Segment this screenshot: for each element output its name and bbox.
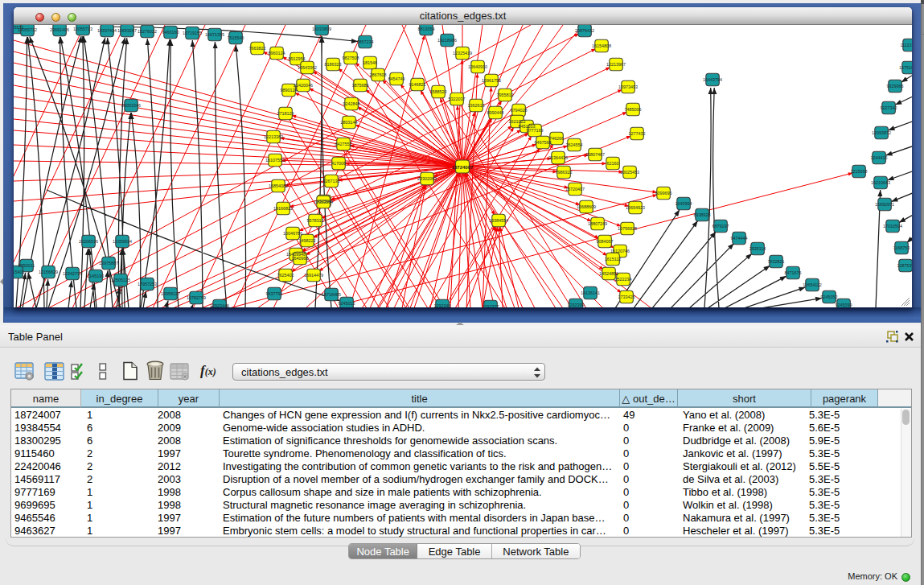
svg-text:16120746: 16120746 bbox=[610, 249, 630, 253]
svg-text:2867608: 2867608 bbox=[370, 72, 387, 77]
svg-text:12359934: 12359934 bbox=[113, 239, 132, 244]
svg-text:2935114: 2935114 bbox=[749, 246, 766, 251]
svg-text:8186323: 8186323 bbox=[325, 62, 342, 67]
svg-text:12093872: 12093872 bbox=[872, 130, 891, 135]
svg-text:6466160: 6466160 bbox=[162, 30, 179, 35]
svg-text:10654112: 10654112 bbox=[803, 282, 822, 287]
svg-text:12213967: 12213967 bbox=[606, 62, 626, 67]
svg-text:62160: 62160 bbox=[607, 161, 619, 166]
svg-text:1292345: 1292345 bbox=[434, 303, 451, 307]
svg-text:9827508: 9827508 bbox=[343, 56, 359, 60]
svg-text:19218986: 19218986 bbox=[437, 38, 457, 43]
svg-text:5578312: 5578312 bbox=[307, 218, 324, 223]
svg-text:21364436: 21364436 bbox=[548, 155, 568, 160]
svg-text:18724007: 18724007 bbox=[452, 165, 474, 170]
svg-text:3915401: 3915401 bbox=[14, 270, 25, 274]
svg-text:8471676: 8471676 bbox=[785, 270, 802, 275]
svg-text:1362615: 1362615 bbox=[468, 103, 485, 108]
svg-text:10958127: 10958127 bbox=[161, 291, 180, 296]
svg-text:14055712: 14055712 bbox=[18, 27, 37, 32]
svg-text:7515546: 7515546 bbox=[228, 35, 244, 40]
svg-text:15720407: 15720407 bbox=[565, 187, 585, 192]
svg-text:1277432: 1277432 bbox=[629, 131, 646, 136]
svg-text:10688609: 10688609 bbox=[577, 204, 596, 209]
svg-text:7986322: 7986322 bbox=[556, 170, 573, 175]
svg-text:8350011: 8350011 bbox=[18, 263, 35, 268]
svg-text:7625402: 7625402 bbox=[277, 273, 294, 278]
svg-text:9329966: 9329966 bbox=[887, 84, 904, 89]
svg-text:1640995: 1640995 bbox=[292, 256, 309, 261]
svg-text:1145193: 1145193 bbox=[88, 274, 105, 278]
svg-text:2522234: 2522234 bbox=[615, 277, 632, 282]
svg-text:2718129: 2718129 bbox=[277, 111, 294, 116]
svg-text:8454749: 8454749 bbox=[388, 76, 405, 81]
svg-text:417006: 417006 bbox=[331, 161, 346, 166]
svg-text:12342737: 12342737 bbox=[63, 271, 82, 276]
svg-text:17010504: 17010504 bbox=[883, 224, 902, 229]
svg-text:8990448: 8990448 bbox=[487, 110, 504, 115]
svg-text:10654923: 10654923 bbox=[626, 205, 645, 210]
svg-text:20876412: 20876412 bbox=[575, 28, 594, 33]
svg-text:10719155: 10719155 bbox=[183, 31, 202, 35]
svg-text:3624554: 3624554 bbox=[566, 142, 583, 147]
svg-text:10973493: 10973493 bbox=[618, 84, 638, 89]
svg-text:15276022: 15276022 bbox=[138, 29, 157, 34]
svg-text:15716485: 15716485 bbox=[322, 292, 341, 297]
svg-text:9084067: 9084067 bbox=[597, 239, 614, 244]
svg-text:1215958: 1215958 bbox=[851, 169, 868, 174]
svg-text:12055713: 12055713 bbox=[73, 27, 92, 31]
svg-text:9245052: 9245052 bbox=[821, 295, 838, 299]
svg-text:7663822: 7663822 bbox=[249, 46, 266, 51]
svg-text:13640910: 13640910 bbox=[468, 64, 487, 69]
svg-text:16854082: 16854082 bbox=[269, 183, 288, 188]
svg-text:16154808: 16154808 bbox=[592, 43, 611, 48]
svg-text:19384554: 19384554 bbox=[489, 218, 508, 223]
svg-text:9474444: 9474444 bbox=[731, 236, 748, 241]
svg-text:9242848: 9242848 bbox=[343, 101, 360, 106]
svg-text:9245012: 9245012 bbox=[339, 301, 355, 306]
svg-text:10807487: 10807487 bbox=[585, 152, 605, 157]
svg-text:7857234: 7857234 bbox=[357, 39, 374, 44]
svg-text:2803144: 2803144 bbox=[341, 120, 358, 125]
svg-text:10025453: 10025453 bbox=[620, 170, 639, 175]
svg-text:8427552: 8427552 bbox=[335, 142, 352, 146]
svg-text:6879197: 6879197 bbox=[713, 224, 729, 229]
svg-text:8938928: 8938928 bbox=[694, 212, 711, 217]
svg-text:9890124: 9890124 bbox=[281, 88, 298, 93]
svg-text:23302083: 23302083 bbox=[417, 176, 437, 181]
svg-text:12213383: 12213383 bbox=[264, 134, 283, 139]
svg-text:16033809: 16033809 bbox=[312, 27, 331, 31]
svg-text:1588520: 1588520 bbox=[430, 89, 447, 94]
svg-text:16914479: 16914479 bbox=[304, 273, 323, 278]
svg-text:5322037: 5322037 bbox=[449, 97, 466, 101]
svg-text:1168753: 1168753 bbox=[893, 245, 910, 250]
svg-text:15751074: 15751074 bbox=[899, 65, 912, 70]
svg-text:11121904: 11121904 bbox=[900, 43, 912, 47]
svg-text:10046786: 10046786 bbox=[283, 231, 302, 236]
svg-text:9245099: 9245099 bbox=[836, 303, 852, 307]
svg-text:9777169: 9777169 bbox=[527, 128, 544, 133]
svg-text:12325419: 12325419 bbox=[453, 51, 472, 56]
svg-text:14524851: 14524851 bbox=[599, 271, 618, 276]
svg-text:12923446: 12923446 bbox=[210, 303, 229, 307]
svg-text:16107553: 16107553 bbox=[265, 158, 285, 163]
svg-text:12156829: 12156829 bbox=[39, 270, 58, 274]
svg-text:18337404: 18337404 bbox=[97, 28, 117, 33]
svg-text:181546: 181546 bbox=[363, 60, 377, 65]
svg-text:9146821: 9146821 bbox=[409, 82, 426, 87]
svg-text:10543362: 10543362 bbox=[298, 65, 317, 70]
svg-text:14136141: 14136141 bbox=[581, 290, 600, 295]
svg-text:23691406: 23691406 bbox=[50, 27, 69, 32]
svg-text:17957253: 17957253 bbox=[138, 282, 157, 286]
svg-text:7485006: 7485006 bbox=[625, 107, 642, 112]
svg-text:16443794: 16443794 bbox=[703, 77, 722, 82]
svg-text:746266: 746266 bbox=[549, 136, 564, 141]
svg-text:1640954: 1640954 bbox=[676, 201, 692, 206]
svg-text:1733426: 1733426 bbox=[618, 295, 635, 299]
svg-text:9637791: 9637791 bbox=[266, 291, 283, 296]
svg-text:16671355: 16671355 bbox=[205, 32, 224, 37]
svg-text:10653267: 10653267 bbox=[117, 28, 137, 33]
svg-text:15692971: 15692971 bbox=[875, 202, 894, 207]
svg-text:3875685: 3875685 bbox=[352, 83, 369, 88]
svg-text:7955812: 7955812 bbox=[497, 93, 514, 97]
